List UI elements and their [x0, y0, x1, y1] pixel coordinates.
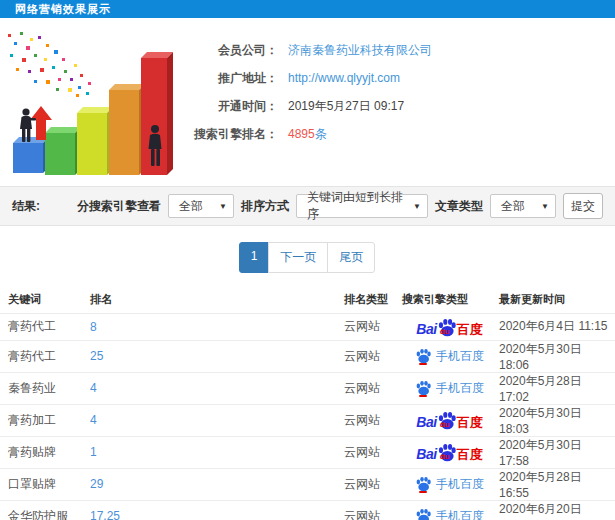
bar-yellow: [77, 107, 113, 175]
rank-type-column-header: 排名类型: [342, 287, 400, 313]
page-title: 网络营销效果展示: [15, 2, 111, 17]
engine-rank-value: 4895条: [288, 126, 327, 143]
next-page-button[interactable]: 下一页: [268, 242, 328, 273]
mobile-baidu-badge: 手机百度: [415, 508, 484, 520]
rank-type-cell: 云网站: [342, 372, 400, 404]
chevron-down-icon: ▼: [403, 202, 421, 211]
baidu-logo: Bai du 百度: [416, 443, 482, 461]
rank-type-cell: 云网站: [342, 468, 400, 500]
keyword-cell: 膏药代工: [0, 313, 88, 340]
engine-cell: Bai du 百度 手机百度: [400, 436, 497, 468]
update-time-cell: 2020年6月4日 11:15: [497, 313, 615, 340]
mobile-baidu-paw-icon: [415, 348, 431, 364]
mobile-baidu-badge: 手机百度: [415, 476, 484, 493]
mobile-baidu-badge: 手机百度: [415, 380, 484, 397]
mobile-baidu-paw-icon: [415, 476, 431, 492]
last-page-button[interactable]: 尾页: [327, 242, 375, 273]
results-table-body: 膏药代工 8 云网站 Bai du 百度 手机百度 2020年6月4日 11:1…: [0, 313, 615, 520]
filter-bar: 结果: 分搜索引擎查看 全部 ▼ 排序方式 关键词由短到长排序 ▼ 文章类型 全…: [0, 186, 615, 226]
open-time-value: 2019年5月27日 09:17: [288, 98, 404, 115]
mobile-baidu-paw-icon: [415, 380, 431, 396]
table-row: 金华防护服 17,25 云网站 Bai du 百度 手机百度 2020年6月20…: [0, 500, 615, 520]
table-row: 膏药代工 8 云网站 Bai du 百度 手机百度 2020年6月4日 11:1…: [0, 313, 615, 340]
sort-filter-select[interactable]: 关键词由短到长排序 ▼: [296, 194, 428, 218]
page: 网络营销效果展示: [0, 0, 615, 520]
rank-link[interactable]: 4: [90, 413, 97, 427]
mobile-baidu-paw-icon: [415, 508, 431, 520]
rank-type-cell: 云网站: [342, 313, 400, 340]
rank-type-cell: 云网站: [342, 340, 400, 372]
engine-cell: Bai du 百度 手机百度: [400, 500, 497, 520]
rank-cell: 29: [88, 468, 342, 500]
rank-type-cell: 云网站: [342, 404, 400, 436]
engine-filter-select[interactable]: 全部 ▼: [168, 194, 234, 218]
baidu-logo-brand-text: 百度: [457, 416, 483, 429]
open-time-row: 开通时间： 2019年5月27日 09:17: [178, 92, 615, 120]
rank-cell: 25: [88, 340, 342, 372]
baidu-paw-icon: du: [437, 411, 456, 430]
table-header-row: 关键词 排名 排名类型 搜索引擎类型 最新更新时间: [0, 287, 615, 313]
rank-count-unit: 条: [315, 127, 327, 141]
rank-link[interactable]: 1: [90, 445, 97, 459]
table-row: 口罩贴牌 29 云网站 Bai du 百度 手机百度 2020年5月28日 16…: [0, 468, 615, 500]
bar-blue: [13, 137, 49, 173]
rank-link[interactable]: 25: [90, 349, 103, 363]
update-time-cell: 2020年5月30日 17:58: [497, 436, 615, 468]
member-company-label: 会员公司：: [178, 42, 278, 59]
keyword-cell: 膏药代工: [0, 340, 88, 372]
company-info-section: 会员公司： 济南秦鲁药业科技有限公司 推广地址： http://www.qlyy…: [0, 18, 615, 186]
page-header: 网络营销效果展示: [0, 0, 615, 18]
mobile-baidu-label: 手机百度: [436, 380, 484, 397]
article-type-select[interactable]: 全部 ▼: [490, 194, 556, 218]
businessman-left: [20, 108, 36, 142]
keyword-column-header: 关键词: [0, 287, 88, 313]
baidu-logo: Bai du 百度: [416, 318, 482, 336]
mobile-baidu-label: 手机百度: [436, 476, 484, 493]
confetti-dots: [8, 32, 91, 97]
promotion-url-row: 推广地址： http://www.qlyyjt.com: [178, 64, 615, 92]
promotion-url-label: 推广地址：: [178, 70, 278, 87]
engine-cell: Bai du 百度 手机百度: [400, 313, 497, 340]
table-row: 膏药贴牌 1 云网站 Bai du 百度 手机百度 2020年5月30日 17:…: [0, 436, 615, 468]
rank-link[interactable]: 4: [90, 381, 97, 395]
promotion-url-link[interactable]: http://www.qlyyjt.com: [288, 71, 400, 85]
baidu-paw-icon: du: [437, 318, 456, 337]
chevron-down-icon: ▼: [209, 202, 227, 211]
update-time-cell: 2020年5月28日 17:02: [497, 372, 615, 404]
engine-rank-label: 搜索引擎排名：: [178, 126, 278, 143]
keyword-cell: 金华防护服: [0, 500, 88, 520]
mobile-baidu-redline: [419, 395, 427, 397]
baidu-logo-bai-text: Bai: [416, 447, 436, 461]
engine-cell: Bai du 百度 手机百度: [400, 340, 497, 372]
company-info-rows: 会员公司： 济南秦鲁药业科技有限公司 推广地址： http://www.qlyy…: [178, 28, 615, 186]
engine-rank-row: 搜索引擎排名： 4895条: [178, 120, 615, 148]
update-time-cell: 2020年5月30日 18:06: [497, 340, 615, 372]
engine-cell: Bai du 百度 手机百度: [400, 468, 497, 500]
bar-green: [45, 127, 81, 175]
open-time-label: 开通时间：: [178, 98, 278, 115]
keyword-cell: 口罩贴牌: [0, 468, 88, 500]
page-1-button[interactable]: 1: [239, 242, 270, 273]
keyword-cell: 膏药加工: [0, 404, 88, 436]
rank-type-cell: 云网站: [342, 500, 400, 520]
member-company-row: 会员公司： 济南秦鲁药业科技有限公司: [178, 36, 615, 64]
rank-link[interactable]: 17,25: [90, 509, 120, 520]
bar-orange: [109, 84, 145, 175]
rank-link[interactable]: 29: [90, 477, 103, 491]
member-company-link[interactable]: 济南秦鲁药业科技有限公司: [288, 42, 432, 59]
update-time-cell: 2020年5月30日 18:03: [497, 404, 615, 436]
baidu-logo-du-text: du: [440, 328, 450, 336]
submit-button[interactable]: 提交: [563, 193, 603, 219]
marketing-chart-illustration: [0, 28, 178, 180]
rank-link[interactable]: 8: [90, 320, 97, 334]
rank-column-header: 排名: [88, 287, 342, 313]
engine-filter-label: 分搜索引擎查看: [77, 198, 161, 215]
update-time-cell: 2020年6月20日 09:25: [497, 500, 615, 520]
filter-controls: 分搜索引擎查看 全部 ▼ 排序方式 关键词由短到长排序 ▼ 文章类型 全部 ▼ …: [77, 193, 603, 219]
bar-chart-graphic: [0, 28, 178, 180]
baidu-logo-brand-text: 百度: [457, 323, 483, 336]
engine-type-column-header: 搜索引擎类型: [400, 287, 497, 313]
article-type-value: 全部: [501, 198, 525, 215]
article-type-label: 文章类型: [435, 198, 483, 215]
sort-filter-label: 排序方式: [241, 198, 289, 215]
